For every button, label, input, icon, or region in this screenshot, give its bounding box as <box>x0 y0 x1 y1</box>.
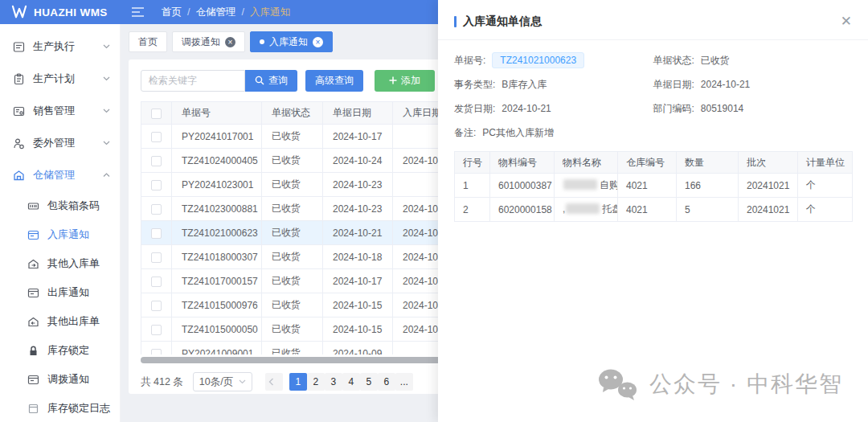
sidebar-item-label: 生产执行 <box>33 39 75 54</box>
page-button[interactable]: 2 <box>307 373 325 391</box>
sidebar-item-sales-mgmt[interactable]: 销售管理 <box>0 95 120 127</box>
chevron-down-icon <box>103 44 110 49</box>
close-icon[interactable]: × <box>225 37 235 47</box>
sidebar-item-stock-lock-log[interactable]: 库存锁定日志 <box>0 394 120 422</box>
column-header-qty: 数量 <box>677 152 739 174</box>
page-button[interactable]: 3 <box>325 373 342 391</box>
order-no-link[interactable]: TZ241015000050 <box>172 318 262 342</box>
search-input[interactable] <box>141 70 245 92</box>
title-accent-bar <box>454 16 457 27</box>
page-button[interactable]: 6 <box>378 373 395 391</box>
close-icon[interactable]: × <box>313 37 323 47</box>
sidebar-item-label: 库存锁定 <box>47 343 89 358</box>
field-dept-code: 部门编码: 80519014 <box>653 100 853 117</box>
order-no-link[interactable]: TZ241017000157 <box>172 269 262 293</box>
sidebar-item-stock-lock[interactable]: 库存锁定 <box>0 336 120 365</box>
row-checkbox-cell <box>141 221 172 245</box>
chevron-down-icon <box>239 379 246 384</box>
chevron-up-icon <box>103 173 110 178</box>
warehouse-cell: 4021 <box>618 198 677 222</box>
tab-home[interactable]: 首页 <box>129 31 167 52</box>
row-checkbox[interactable] <box>151 325 162 335</box>
tab-label: 首页 <box>138 35 158 49</box>
order-no-link[interactable]: PY20241023001 <box>172 173 262 197</box>
field-label: 发货日期: <box>454 102 495 116</box>
row-checkbox[interactable] <box>151 349 162 354</box>
row-checkbox[interactable] <box>151 156 162 166</box>
chevron-left-icon <box>268 378 274 386</box>
row-checkbox[interactable] <box>151 204 162 215</box>
tab-label: 入库通知 <box>269 35 308 49</box>
row-checkbox[interactable] <box>151 180 162 191</box>
app-logo: HUAZHI WMS <box>0 5 121 19</box>
sidebar-item-packing-barcode[interactable]: 包装箱条码 <box>0 191 120 220</box>
sidebar-item-warehouse-mgmt[interactable]: 仓储管理 <box>0 159 120 191</box>
sidebar-item-production-exec[interactable]: 生产执行 <box>0 31 120 63</box>
order-no-link[interactable]: TZ241024000405 <box>172 149 262 173</box>
page-button[interactable]: 4 <box>342 373 360 391</box>
row-checkbox-cell <box>141 245 172 269</box>
prev-page-button[interactable] <box>265 373 283 391</box>
row-checkbox[interactable] <box>151 301 162 311</box>
warehouse-cell: 4021 <box>618 174 677 198</box>
total-count: 共 412 条 <box>141 375 183 389</box>
field-ship-date: 发货日期: 2024-10-21 <box>454 100 653 117</box>
material-name-cell: ,托盘... <box>555 198 618 222</box>
tab-inbound-notice[interactable]: 入库通知 × <box>250 31 333 52</box>
sidebar-item-other-inbound[interactable]: 其他入库单 <box>0 249 120 278</box>
sidebar-item-label: 销售管理 <box>33 104 75 118</box>
order-no-link[interactable]: TZ241018000307 <box>172 245 262 269</box>
order-no-link[interactable]: TZ241023000881 <box>172 197 262 221</box>
add-button[interactable]: 添加 <box>375 70 435 92</box>
line-no-cell: 1 <box>455 174 490 198</box>
warehouse-icon <box>13 170 25 182</box>
row-checkbox[interactable] <box>151 132 162 142</box>
page-button[interactable]: ... <box>395 373 413 391</box>
sidebar-item-label: 其他出库单 <box>47 314 100 329</box>
breadcrumb-warehouse[interactable]: 仓储管理 <box>195 6 235 19</box>
order-no-link[interactable]: PY20241017001 <box>172 125 262 149</box>
sidebar-item-outsourcing-mgmt[interactable]: 委外管理 <box>0 127 120 159</box>
row-checkbox[interactable] <box>151 277 162 287</box>
order-no-link[interactable]: PY20241009001 <box>172 342 262 355</box>
field-txn-type: 事务类型: B库存入库 <box>454 76 653 92</box>
add-button-label: 添加 <box>401 74 420 88</box>
page-button[interactable]: 5 <box>360 373 378 391</box>
active-dot-icon <box>260 39 264 44</box>
sidebar-item-other-outbound[interactable]: 其他出库单 <box>0 307 120 336</box>
sidebar-item-transfer-notice[interactable]: 调拨通知 <box>0 365 120 394</box>
status-cell: 已收货 <box>262 269 323 293</box>
sidebar-item-outbound-notice[interactable]: 出库通知 <box>0 278 120 307</box>
menu-collapse-icon[interactable] <box>132 7 144 17</box>
order-no-chip[interactable]: TZ241021000623 <box>492 52 584 68</box>
material-no-cell: 6020000158 <box>490 198 555 222</box>
field-remark: 备注: PC其他入库新增 <box>454 125 653 141</box>
query-button[interactable]: 查询 <box>245 70 297 92</box>
watermark-text: 公众号 · 中科华智 <box>649 369 843 399</box>
order-no-link[interactable]: TZ241015000976 <box>172 293 262 318</box>
row-checkbox-cell <box>141 269 172 293</box>
breadcrumb-home[interactable]: 首页 <box>162 6 182 19</box>
close-icon[interactable]: ✕ <box>841 14 852 28</box>
material-name-prefix: , <box>563 203 565 215</box>
select-all-checkbox[interactable] <box>151 109 162 119</box>
row-checkbox[interactable] <box>151 228 162 239</box>
chevron-down-icon <box>103 76 110 81</box>
advanced-query-button[interactable]: 高级查询 <box>305 70 363 92</box>
query-button-label: 查询 <box>268 74 288 88</box>
sidebar-item-production-plan[interactable]: 生产计划 <box>0 63 120 95</box>
order-no-link[interactable]: TZ241021000623 <box>172 221 262 245</box>
column-header-warehouse-no: 仓库编号 <box>618 152 677 174</box>
line-no-cell: 2 <box>455 198 490 222</box>
row-checkbox[interactable] <box>151 252 162 263</box>
page-button[interactable]: 1 <box>289 373 307 391</box>
lock-icon <box>27 345 39 357</box>
logo-text: HUAZHI WMS <box>34 6 108 18</box>
detail-row: 2 6020000158 ,托盘... 4021 5 20241021 个 <box>455 198 853 222</box>
page-size-select[interactable]: 10条/页 <box>193 372 252 391</box>
tab-transfer-notice[interactable]: 调拨通知 × <box>172 31 245 52</box>
header-checkbox-cell <box>141 102 172 125</box>
sidebar-item-inbound-notice[interactable]: 入库通知 <box>0 220 120 249</box>
status-cell: 已收货 <box>262 342 323 355</box>
batch-cell: 20241021 <box>739 174 798 198</box>
